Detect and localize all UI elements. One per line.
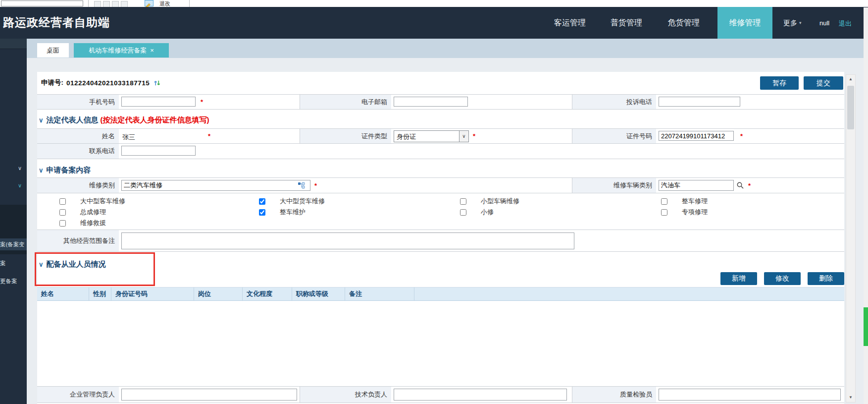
sidebar-item[interactable]: 案(备案变 <box>0 238 27 250</box>
nav-passenger-mgmt[interactable]: 客运管理 <box>554 18 586 28</box>
nav-dangerous-cargo-mgmt[interactable]: 危货管理 <box>668 18 700 28</box>
checkbox-input[interactable] <box>59 220 66 227</box>
page-scrollbar[interactable] <box>864 7 868 404</box>
section-title: 法定代表人信息 <box>47 115 99 124</box>
repair-category-label: 维修类别 <box>37 178 119 193</box>
chevron-down-icon: ∨ <box>459 131 468 142</box>
checkbox-input[interactable] <box>460 198 466 205</box>
checkbox-label: 整车维护 <box>280 208 306 217</box>
phone-input[interactable] <box>121 97 196 107</box>
checkbox-label: 专项修理 <box>682 208 708 217</box>
panel-scrollbar[interactable]: ▲ ▼ <box>846 74 856 403</box>
other-remark-label: 其他经营范围备注 <box>37 230 119 251</box>
other-remark-input[interactable] <box>121 232 574 249</box>
edit-staff-button[interactable]: 修改 <box>764 272 801 285</box>
required-asterisk: * <box>208 132 210 140</box>
refresh-icon[interactable] <box>153 79 161 87</box>
scroll-down-button[interactable]: ▼ <box>846 393 855 402</box>
sidebar-item-label: 更备案 <box>0 278 17 284</box>
chevron-down-icon[interactable]: ∨ <box>18 165 22 172</box>
checkbox-large-bus-repair[interactable]: 大中型客车维修 <box>59 197 125 206</box>
tree-select-icon[interactable] <box>298 182 306 191</box>
page-scrollbar-thumb[interactable] <box>864 307 868 346</box>
checkbox-minor-repair[interactable]: 小修 <box>460 208 494 217</box>
checkbox-vehicle-maintenance[interactable]: 整车维护 <box>259 208 306 217</box>
delete-staff-button[interactable]: 删除 <box>808 272 844 285</box>
section-title: 申请备案内容 <box>47 166 91 174</box>
checkbox-large-truck-repair[interactable]: 大中型货车维修 <box>259 197 325 206</box>
cert-type-label: 证件类型 <box>300 129 391 143</box>
close-icon[interactable]: × <box>150 47 154 54</box>
chevron-down-icon[interactable]: ∨ <box>18 182 22 189</box>
tab-desktop[interactable]: 桌面 <box>37 43 69 58</box>
form-row-legal-contact: 联系电话 <box>37 144 844 159</box>
nav-more[interactable]: 更多▾ <box>783 19 802 28</box>
tech-lead-input[interactable] <box>394 389 567 401</box>
email-input[interactable] <box>394 97 468 107</box>
checkbox-repair-rescue[interactable]: 维修救援 <box>59 219 106 228</box>
email-label: 电子邮箱 <box>300 95 391 109</box>
complaint-phone-input[interactable] <box>659 97 740 107</box>
save-draft-button[interactable]: 暂存 <box>760 76 799 90</box>
qc-inspector-label: 质量检验员 <box>572 387 656 403</box>
column-header-name: 姓名 <box>37 288 89 300</box>
form-row-repair-category: 维修类别 * 维修车辆类别 * <box>37 177 844 193</box>
application-number-value: 012224042021033187715 <box>66 79 150 87</box>
vehicle-category-label: 维修车辆类别 <box>572 178 656 193</box>
name-label: 姓名 <box>37 129 119 143</box>
checkbox-input[interactable] <box>661 209 667 216</box>
checkbox-input[interactable] <box>259 198 265 205</box>
add-staff-button[interactable]: 新增 <box>720 272 757 285</box>
toolbar-edit-label[interactable]: 退改 <box>159 0 170 7</box>
tab-vehicle-repair-filing[interactable]: 机动车维修经营备案× <box>74 43 169 58</box>
cert-type-select[interactable]: 身份证 ∨ <box>394 130 469 142</box>
checkbox-label: 总成修理 <box>80 208 106 217</box>
checkbox-input[interactable] <box>661 198 667 205</box>
submit-button[interactable]: 提交 <box>804 76 843 90</box>
checkbox-input[interactable] <box>259 209 265 216</box>
edit-icon[interactable] <box>145 0 153 6</box>
column-header-title-grade: 职称或等级 <box>292 288 345 300</box>
checkbox-input[interactable] <box>59 198 66 205</box>
checkbox-label: 小型车辆维修 <box>481 197 519 206</box>
application-number-label: 申请号: <box>41 78 63 87</box>
app-title: 路运政经营者自助端 <box>3 15 110 30</box>
checkbox-label: 整车修理 <box>682 197 708 206</box>
cert-number-input[interactable] <box>659 131 734 141</box>
checkbox-assembly-repair[interactable]: 总成修理 <box>59 208 106 217</box>
annotation-highlight-box <box>35 252 155 286</box>
tech-lead-label: 技术负责人 <box>300 387 391 403</box>
nav-maintenance-mgmt[interactable]: 维修管理 <box>717 7 772 39</box>
scroll-up-button[interactable]: ▲ <box>846 75 855 84</box>
qc-inspector-input[interactable] <box>659 389 841 401</box>
manager-label: 企业管理负责人 <box>37 387 119 403</box>
logout-link[interactable]: 退出 <box>839 19 852 28</box>
checkbox-special-repair[interactable]: 专项修理 <box>661 208 708 217</box>
chevron-down-icon[interactable]: ∨ <box>39 116 44 124</box>
browser-address-input[interactable] <box>1 0 83 6</box>
checkbox-whole-vehicle-repair[interactable]: 整车修理 <box>661 197 708 206</box>
search-icon[interactable] <box>736 181 744 191</box>
checkbox-label: 大中型客车维修 <box>80 197 125 206</box>
legal-contact-input[interactable] <box>121 146 196 156</box>
checkbox-input[interactable] <box>59 209 66 216</box>
checkbox-input[interactable] <box>460 209 466 216</box>
checkbox-label: 大中型货车维修 <box>280 197 325 206</box>
repair-category-input[interactable] <box>121 180 310 191</box>
sidebar-item-label: 案 <box>0 260 6 266</box>
manager-input[interactable] <box>121 389 297 401</box>
vehicle-category-input[interactable] <box>659 180 734 191</box>
nav-general-cargo-mgmt[interactable]: 普货管理 <box>611 18 642 28</box>
sidebar-item[interactable]: 更备案 <box>0 275 27 287</box>
staff-table-header: 姓名 性别 身份证号码 岗位 文化程度 职称或等级 备注 <box>37 287 844 301</box>
sidebar-item[interactable]: 案 <box>0 257 27 269</box>
panel-scrollbar-thumb[interactable] <box>847 86 854 129</box>
chevron-down-icon: ▾ <box>799 20 802 25</box>
section-legal-representative: ∨法定代表人信息(按法定代表人身份证件信息填写) <box>39 115 209 126</box>
phone-label: 手机号码 <box>37 95 119 109</box>
chevron-down-icon[interactable]: ∨ <box>39 167 44 174</box>
form-row-responsible-persons: 企业管理负责人 技术负责人 质量检验员 <box>37 386 844 403</box>
checkbox-label: 小修 <box>481 208 494 217</box>
toolbar-divider <box>189 0 190 7</box>
checkbox-small-vehicle-repair[interactable]: 小型车辆维修 <box>460 197 519 206</box>
